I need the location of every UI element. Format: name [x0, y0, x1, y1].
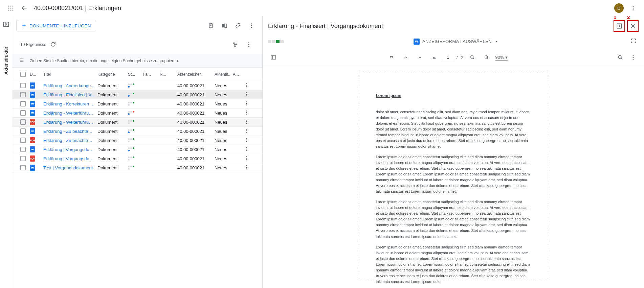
zoom-select[interactable]: 90% ▾	[495, 54, 508, 61]
row-aktentit: Neues	[215, 111, 233, 116]
table-row[interactable]: WTest | VorgangsdokumentDokument40.00-00…	[12, 163, 262, 172]
list-more-button[interactable]	[245, 19, 258, 32]
row-title-link[interactable]: Test | Vorgangsdokument	[43, 165, 95, 170]
row-checkbox[interactable]	[20, 119, 26, 125]
sidebar: Aktenstruktur	[0, 16, 12, 288]
table-row[interactable]: WErklärung - Anmerkunge...Dokument40.00-…	[12, 81, 262, 90]
apps-menu-button[interactable]	[4, 1, 18, 15]
row-menu-button[interactable]	[244, 110, 249, 116]
table-row[interactable]: PDFErklärung | Vorgangsdok...Dokument40.…	[12, 154, 262, 163]
status-dots	[128, 129, 135, 133]
first-page-button[interactable]	[386, 52, 397, 63]
fullscreen-button[interactable]	[628, 36, 639, 47]
page-number-input[interactable]	[443, 55, 453, 60]
row-title-link[interactable]: Erklärung - Anmerkunge...	[43, 83, 95, 88]
page-sep: /	[457, 55, 458, 60]
row-title-link[interactable]: Erklärung - Weiterführun...	[43, 111, 95, 116]
row-checkbox[interactable]	[20, 165, 26, 170]
status-dots	[128, 111, 135, 115]
select-all-checkbox[interactable]	[20, 72, 26, 77]
format-select[interactable]: W ANZEIGEFORMAT AUSWÄHLEN	[414, 39, 498, 45]
word-icon: W	[30, 101, 35, 107]
row-category: Dokument	[97, 147, 128, 152]
col-aktentit[interactable]: Aktentit...	[215, 72, 233, 77]
col-aktenzeichen[interactable]: Aktenzeichen	[177, 72, 215, 77]
col-type[interactable]: D...	[30, 72, 43, 77]
row-checkbox[interactable]	[20, 92, 26, 97]
doc-paragraph: Lorem ipsum dolor sit amet, consetetur s…	[376, 154, 531, 194]
more-menu-button[interactable]	[626, 1, 640, 15]
row-checkbox[interactable]	[20, 156, 26, 161]
row-menu-button[interactable]	[244, 165, 249, 171]
row-checkbox[interactable]	[20, 83, 26, 88]
document-viewport[interactable]: Lorem ipsum dolor sit amet, consetetur s…	[263, 65, 644, 288]
back-button[interactable]	[18, 1, 31, 15]
row-checkbox[interactable]	[20, 101, 26, 106]
col-category[interactable]: Kategorie	[97, 72, 128, 77]
row-menu-button[interactable]	[244, 82, 249, 89]
col-status[interactable]: St...	[128, 72, 143, 77]
svg-point-45	[246, 141, 247, 142]
svg-point-62	[633, 59, 634, 60]
table-row[interactable]: WErklärung | Vorgangsdok...Dokument40.00…	[12, 145, 262, 154]
svg-point-21	[235, 46, 236, 47]
row-title-link[interactable]: Erklärung | Vorgangsdok...	[43, 147, 95, 152]
table-row[interactable]: WErklärung - Zu beachten |...Dokument40.…	[12, 127, 262, 136]
refresh-button[interactable]	[50, 42, 56, 48]
user-avatar[interactable]: D	[614, 3, 624, 13]
row-checkbox[interactable]	[20, 138, 26, 143]
open-in-new-button[interactable]	[614, 20, 625, 32]
doc-paragraph: Lorem ipsum dolor sit amet, consetetur s…	[376, 244, 531, 285]
row-category: Dokument	[97, 129, 128, 134]
zoom-out-button[interactable]	[467, 52, 478, 63]
link-button[interactable]	[231, 19, 245, 32]
row-menu-button[interactable]	[244, 101, 249, 107]
results-more-button[interactable]	[242, 38, 256, 51]
row-menu-button[interactable]	[244, 128, 249, 135]
col-title[interactable]: Titel	[43, 72, 97, 77]
svg-point-29	[246, 94, 247, 95]
svg-point-10	[633, 8, 634, 9]
prev-page-button[interactable]	[400, 52, 411, 63]
row-menu-button[interactable]	[244, 119, 249, 125]
filter-button[interactable]	[228, 38, 242, 51]
doc-heading: Lorem ipsum	[376, 93, 531, 99]
panel-toggle-button[interactable]	[268, 52, 279, 63]
row-title-link[interactable]: Erklärung - Zu beachten |...	[43, 129, 95, 134]
row-menu-button[interactable]	[244, 146, 249, 153]
col-fa[interactable]: Fa...	[143, 72, 160, 77]
last-page-button[interactable]	[429, 52, 440, 63]
row-title-link[interactable]: Erklärung - Korrekturen | ...	[43, 101, 95, 106]
row-menu-button[interactable]	[244, 137, 249, 144]
table-row[interactable]: PDFErklärung - Weiterführun...Dokument40…	[12, 118, 262, 127]
clipboard-button[interactable]	[204, 19, 218, 32]
svg-point-2	[13, 6, 14, 7]
format-label: ANZEIGEFORMAT AUSWÄHLEN	[422, 39, 492, 44]
add-document-button[interactable]: DOKUMENTE HINZUFÜGEN	[16, 20, 96, 31]
row-title-link[interactable]: Erklärung | Vorgangsdok...	[43, 156, 95, 161]
close-preview-button[interactable]	[627, 20, 639, 32]
table-row[interactable]: WErklärung - Weiterführun...Dokument40.0…	[12, 109, 262, 118]
next-page-button[interactable]	[415, 52, 425, 63]
zoom-in-button[interactable]	[481, 52, 492, 63]
row-checkbox[interactable]	[20, 110, 26, 116]
row-menu-button[interactable]	[244, 92, 249, 98]
row-checkbox[interactable]	[20, 147, 26, 152]
row-title-link[interactable]: Erklärung - Weiterführun...	[43, 120, 95, 125]
search-button[interactable]	[615, 52, 626, 63]
col-r[interactable]: R...	[160, 72, 177, 77]
sidebar-toggle-button[interactable]	[2, 20, 10, 28]
row-menu-button[interactable]	[244, 155, 249, 162]
col-a[interactable]: A...	[233, 72, 240, 77]
compare-button[interactable]	[218, 19, 231, 32]
table-row[interactable]: PDFErklärung - Zu beachten |...Dokument4…	[12, 136, 262, 145]
row-title-link[interactable]: Erklärung - Finalisiert | V...	[43, 92, 95, 97]
table-row[interactable]: WErklärung - Korrekturen | ...Dokument40…	[12, 99, 262, 109]
preview-pane: Erklärung - Finalisiert | Vorgangsdokume…	[263, 16, 644, 288]
viewer-more-button[interactable]	[628, 52, 639, 63]
status-dots	[128, 157, 135, 161]
table-row[interactable]: WErklärung - Finalisiert | V...Dokument4…	[12, 90, 262, 99]
group-drop-zone[interactable]: Ziehen Sie die Spalten hierhin, um die a…	[12, 54, 262, 68]
row-checkbox[interactable]	[20, 128, 26, 134]
row-title-link[interactable]: Erklärung - Zu beachten |...	[43, 138, 95, 143]
